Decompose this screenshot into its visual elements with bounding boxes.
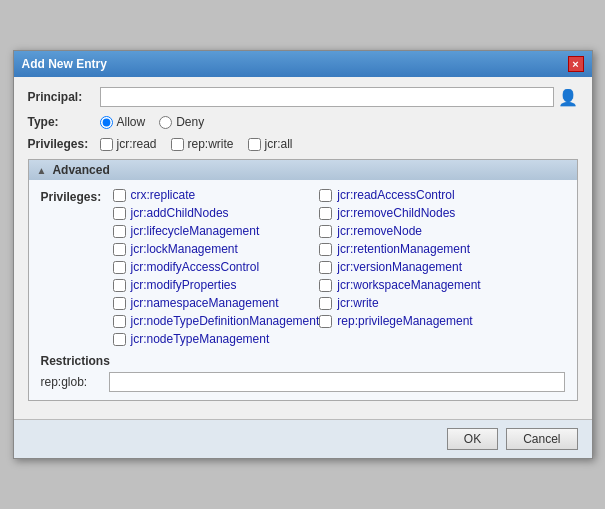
priv-crx-replicate[interactable]: crx:replicate (113, 188, 320, 202)
type-deny-radio[interactable] (159, 116, 172, 129)
priv-jcr-addchildnodes-cb[interactable] (113, 207, 126, 220)
priv-jcr-removenode[interactable]: jcr:removeNode (319, 224, 480, 238)
priv-jcr-modifyaccesscontrol[interactable]: jcr:modifyAccessControl (113, 260, 320, 274)
priv-jcr-modifyproperties-cb[interactable] (113, 279, 126, 292)
priv-jcr-readaccesscontrol[interactable]: jcr:readAccessControl (319, 188, 480, 202)
priv-jcr-retentionmanagement[interactable]: jcr:retentionManagement (319, 242, 480, 256)
advanced-arrow-icon: ▲ (37, 165, 47, 176)
priv-rep-write[interactable]: rep:write (171, 137, 234, 151)
advanced-section: ▲ Advanced Privileges: crx:replicate (28, 159, 578, 401)
priv-jcr-addchildnodes[interactable]: jcr:addChildNodes (113, 206, 320, 220)
priv-jcr-all-label: jcr:all (265, 137, 293, 151)
advanced-privileges-col2: jcr:readAccessControl jcr:removeChildNod… (319, 188, 480, 346)
advanced-privileges-row: Privileges: crx:replicate jcr:addChildNo… (41, 188, 565, 346)
type-allow-option[interactable]: Allow (100, 115, 146, 129)
priv-jcr-removechildnodes-cb[interactable] (319, 207, 332, 220)
priv-jcr-readaccesscontrol-cb[interactable] (319, 189, 332, 202)
priv-jcr-read-checkbox[interactable] (100, 138, 113, 151)
dialog-title: Add New Entry (22, 57, 107, 71)
type-deny-option[interactable]: Deny (159, 115, 204, 129)
priv-jcr-modifyaccesscontrol-cb[interactable] (113, 261, 126, 274)
rep-glob-label: rep:glob: (41, 375, 101, 389)
type-deny-label: Deny (176, 115, 204, 129)
priv-jcr-read-label: jcr:read (117, 137, 157, 151)
dialog-body: Principal: 👤 Type: Allow Deny Privileges… (14, 77, 592, 419)
close-button[interactable]: × (568, 56, 584, 72)
type-label: Type: (28, 115, 100, 129)
priv-jcr-read[interactable]: jcr:read (100, 137, 157, 151)
priv-jcr-removechildnodes[interactable]: jcr:removeChildNodes (319, 206, 480, 220)
priv-rep-write-label: rep:write (188, 137, 234, 151)
principal-label: Principal: (28, 90, 100, 104)
advanced-header[interactable]: ▲ Advanced (29, 160, 577, 180)
priv-jcr-all-checkbox[interactable] (248, 138, 261, 151)
priv-jcr-workspacemanagement-cb[interactable] (319, 279, 332, 292)
priv-jcr-namespacemanagement-cb[interactable] (113, 297, 126, 310)
cancel-button[interactable]: Cancel (506, 428, 577, 450)
advanced-header-label: Advanced (52, 163, 109, 177)
priv-rep-privilegemanagement[interactable]: rep:privilegeManagement (319, 314, 480, 328)
priv-jcr-namespacemanagement[interactable]: jcr:namespaceManagement (113, 296, 320, 310)
type-allow-label: Allow (117, 115, 146, 129)
principal-row: Principal: 👤 (28, 87, 578, 107)
rep-glob-input[interactable] (109, 372, 565, 392)
priv-jcr-retentionmanagement-cb[interactable] (319, 243, 332, 256)
ok-button[interactable]: OK (447, 428, 498, 450)
priv-jcr-nodetypemanagement-cb[interactable] (113, 333, 126, 346)
priv-jcr-lifecyclemanagement[interactable]: jcr:lifecycleManagement (113, 224, 320, 238)
advanced-privileges-col1: crx:replicate jcr:addChildNodes jcr:life… (113, 188, 320, 346)
priv-jcr-lockmanagement-cb[interactable] (113, 243, 126, 256)
type-allow-radio[interactable] (100, 116, 113, 129)
priv-rep-privilegemanagement-cb[interactable] (319, 315, 332, 328)
advanced-privileges-label: Privileges: (41, 188, 113, 204)
priv-jcr-write[interactable]: jcr:write (319, 296, 480, 310)
priv-jcr-versionmanagement[interactable]: jcr:versionManagement (319, 260, 480, 274)
priv-crx-replicate-cb[interactable] (113, 189, 126, 202)
dialog-footer: OK Cancel (14, 419, 592, 458)
priv-jcr-modifyproperties[interactable]: jcr:modifyProperties (113, 278, 320, 292)
user-icon[interactable]: 👤 (558, 88, 578, 107)
priv-jcr-removenode-cb[interactable] (319, 225, 332, 238)
priv-jcr-lockmanagement[interactable]: jcr:lockManagement (113, 242, 320, 256)
privileges-row: Privileges: jcr:read rep:write jcr:all (28, 137, 578, 151)
priv-jcr-lifecyclemanagement-cb[interactable] (113, 225, 126, 238)
advanced-body: Privileges: crx:replicate jcr:addChildNo… (29, 180, 577, 400)
priv-jcr-nodetypedefinitionmanagement[interactable]: jcr:nodeTypeDefinitionManagement (113, 314, 320, 328)
principal-input[interactable] (100, 87, 554, 107)
priv-jcr-nodetypemanagement[interactable]: jcr:nodeTypeManagement (113, 332, 320, 346)
advanced-privileges-grid: crx:replicate jcr:addChildNodes jcr:life… (113, 188, 481, 346)
priv-jcr-versionmanagement-cb[interactable] (319, 261, 332, 274)
priv-jcr-write-cb[interactable] (319, 297, 332, 310)
priv-jcr-nodetypedefinitionmanagement-cb[interactable] (113, 315, 126, 328)
restrictions-label: Restrictions (41, 354, 565, 368)
priv-rep-write-checkbox[interactable] (171, 138, 184, 151)
restrictions-row: rep:glob: (41, 372, 565, 392)
add-new-entry-dialog: Add New Entry × Principal: 👤 Type: Allow… (13, 50, 593, 459)
type-row: Type: Allow Deny (28, 115, 578, 129)
type-radio-group: Allow Deny (100, 115, 205, 129)
priv-jcr-workspacemanagement[interactable]: jcr:workspaceManagement (319, 278, 480, 292)
privileges-checkbox-group: jcr:read rep:write jcr:all (100, 137, 293, 151)
privileges-label: Privileges: (28, 137, 100, 151)
dialog-title-bar: Add New Entry × (14, 51, 592, 77)
priv-jcr-all[interactable]: jcr:all (248, 137, 293, 151)
restrictions-section: Restrictions rep:glob: (41, 354, 565, 392)
